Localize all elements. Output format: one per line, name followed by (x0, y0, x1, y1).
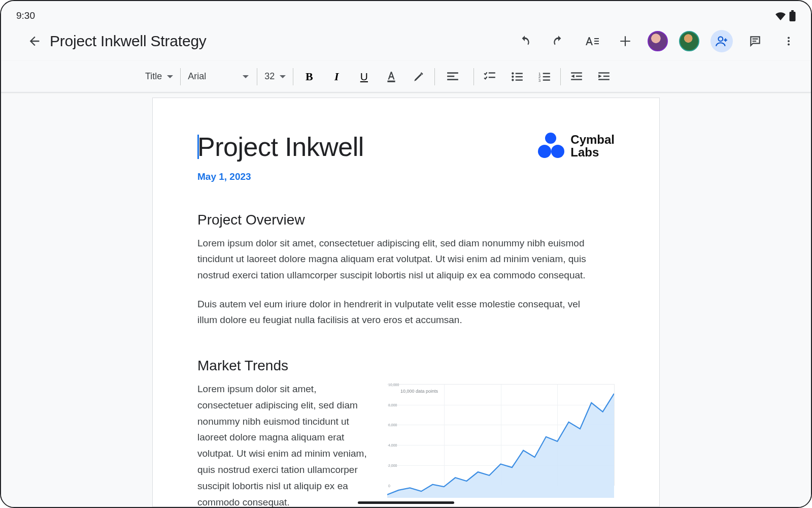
text-color-button[interactable] (383, 68, 400, 85)
svg-point-9 (788, 40, 790, 42)
brand-mark-icon (538, 133, 564, 159)
text-color-icon (385, 70, 398, 83)
undo-button[interactable] (514, 30, 536, 52)
svg-rect-33 (603, 75, 610, 76)
svg-rect-15 (489, 72, 495, 73)
bold-button[interactable]: B (300, 68, 318, 85)
brand-text: Cymbal Labs (570, 133, 615, 158)
chart-ytick: 2,000 (388, 463, 397, 467)
back-button[interactable] (22, 29, 47, 53)
comment-icon (749, 35, 762, 48)
body-paragraph[interactable]: Lorem ipsum dolor sit amet, consectetuer… (197, 235, 593, 283)
checklist-icon (483, 71, 496, 82)
doc-title[interactable]: Project Inkwell Strategy (50, 33, 207, 50)
font-family-selector[interactable]: Arial (188, 71, 249, 82)
collaborator-avatar-1[interactable] (648, 31, 668, 51)
section-heading-overview[interactable]: Project Overview (197, 212, 615, 228)
collaborator-avatar-2[interactable] (679, 31, 699, 51)
redo-icon (552, 35, 565, 48)
font-size-value: 32 (264, 71, 275, 82)
text-format-button[interactable] (581, 30, 603, 52)
section-heading-trends[interactable]: Market Trends (197, 358, 615, 374)
app-frame: 9:30 Project Inkwell Strategy (0, 0, 812, 508)
trends-chart: 10,000 data points 02,0004,0006,0008,000… (387, 384, 615, 486)
bulleted-list-icon (511, 71, 524, 82)
svg-point-10 (788, 43, 790, 45)
brand-logo: Cymbal Labs (538, 133, 615, 159)
more-menu-button[interactable] (777, 30, 800, 52)
svg-rect-14 (448, 79, 459, 80)
svg-rect-24 (543, 73, 550, 74)
more-vert-icon (783, 35, 794, 48)
increase-indent-button[interactable] (595, 68, 613, 85)
svg-point-17 (512, 72, 514, 74)
svg-rect-28 (543, 79, 550, 80)
comments-button[interactable] (744, 30, 766, 52)
svg-point-21 (512, 79, 514, 81)
svg-rect-29 (571, 72, 583, 73)
numbered-list-button[interactable]: 123 (536, 68, 553, 85)
status-time: 9:30 (16, 10, 35, 21)
battery-icon (789, 10, 796, 21)
italic-button[interactable]: I (328, 68, 345, 85)
italic-icon: I (334, 70, 339, 83)
body-paragraph[interactable]: Duis autem vel eum iriure dolor in hendr… (197, 296, 593, 328)
plus-icon (619, 35, 632, 48)
titlebar: Project Inkwell Strategy (1, 21, 811, 61)
svg-rect-22 (516, 79, 523, 80)
underline-button[interactable]: U (355, 68, 373, 85)
highlighter-icon (412, 70, 425, 83)
paragraph-style-value: Title (145, 71, 162, 82)
chart-ytick: 4,000 (388, 443, 397, 447)
svg-rect-13 (448, 75, 455, 77)
svg-rect-20 (516, 76, 523, 77)
chart-ytick: 10,000 (388, 383, 399, 386)
svg-rect-26 (543, 76, 550, 77)
svg-rect-2 (594, 38, 599, 39)
chart-ytick: 8,000 (388, 403, 397, 406)
insert-button[interactable] (614, 30, 636, 52)
svg-rect-1 (791, 10, 794, 12)
body-paragraph[interactable]: Lorem ipsum dolor sit amet, consectetuer… (197, 381, 370, 507)
bulleted-list-button[interactable] (509, 68, 526, 85)
chart-ytick: 0 (388, 484, 390, 487)
text-format-icon (584, 35, 599, 48)
font-family-value: Arial (188, 71, 206, 82)
text-cursor (197, 135, 199, 159)
svg-rect-0 (790, 12, 796, 21)
svg-rect-18 (516, 73, 523, 74)
share-button[interactable] (710, 30, 733, 52)
svg-rect-11 (388, 80, 395, 82)
wifi-icon (775, 11, 786, 20)
paragraph-style-selector[interactable]: Title (145, 71, 173, 82)
svg-rect-4 (594, 43, 599, 44)
svg-point-19 (512, 75, 514, 77)
decrease-indent-button[interactable] (568, 68, 585, 85)
redo-button[interactable] (547, 30, 569, 52)
svg-rect-3 (594, 41, 599, 42)
svg-rect-12 (448, 72, 459, 74)
chart-ytick: 6,000 (388, 423, 397, 427)
checklist-button[interactable] (481, 68, 498, 85)
svg-rect-30 (576, 75, 582, 76)
svg-rect-16 (489, 77, 495, 78)
svg-point-5 (719, 37, 723, 41)
document-canvas[interactable]: Project Inkwell May 1, 2023 Cymbal Labs … (1, 92, 811, 507)
font-size-selector[interactable]: 32 (264, 71, 286, 82)
arrow-back-icon (27, 34, 42, 48)
format-toolbar: Title Arial 32 B I U (1, 61, 811, 92)
underline-icon: U (360, 71, 368, 83)
undo-icon (518, 35, 531, 48)
area-chart-icon (387, 385, 614, 498)
chevron-down-icon (167, 75, 173, 78)
align-button[interactable] (442, 68, 466, 85)
chevron-down-icon (280, 75, 286, 78)
svg-rect-34 (599, 79, 610, 80)
indent-increase-icon (597, 71, 611, 82)
highlight-button[interactable] (410, 68, 427, 85)
document-date[interactable]: May 1, 2023 (197, 171, 364, 182)
chevron-down-icon (243, 75, 249, 78)
page[interactable]: Project Inkwell May 1, 2023 Cymbal Labs … (152, 98, 660, 507)
home-indicator[interactable] (358, 501, 454, 504)
document-heading-title[interactable]: Project Inkwell (197, 132, 364, 162)
